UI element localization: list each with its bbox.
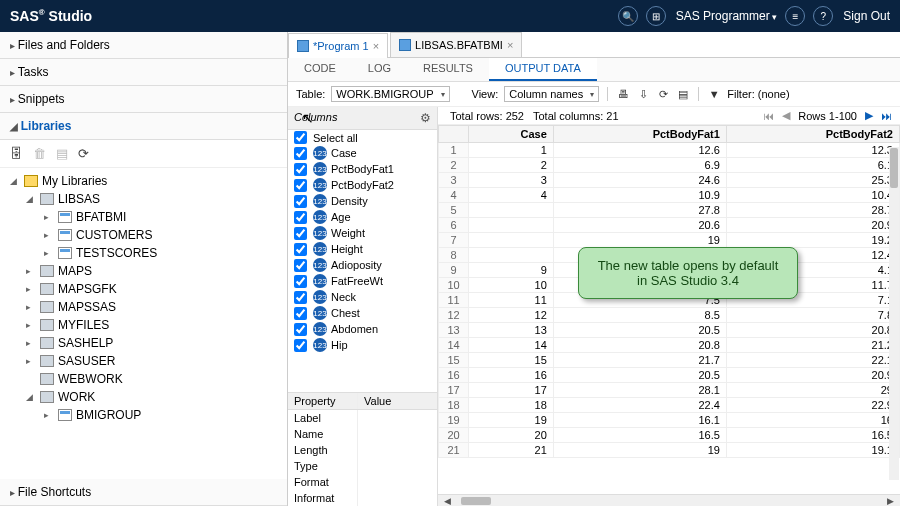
column-row[interactable]: 123Weight (288, 225, 437, 241)
column-checkbox[interactable] (294, 211, 307, 224)
table-row[interactable]: 71919.2 (439, 233, 900, 248)
column-row[interactable]: 123Neck (288, 289, 437, 305)
table-selector[interactable]: WORK.BMIGROUP (331, 86, 449, 102)
panel-snippets[interactable]: Snippets (0, 86, 287, 113)
select-all-checkbox[interactable] (294, 131, 307, 144)
column-row[interactable]: 123Age (288, 209, 437, 225)
table-row[interactable]: 812.812.4 (439, 248, 900, 263)
column-checkbox[interactable] (294, 259, 307, 272)
new-library-icon[interactable]: 🗄 (10, 146, 23, 161)
page-prev-icon[interactable]: ◀ (782, 109, 790, 122)
signout-link[interactable]: Sign Out (843, 9, 890, 23)
lib-mapsgfk[interactable]: ▸MAPSGFK (0, 280, 287, 298)
apps-icon[interactable]: ⊞ (646, 6, 666, 26)
tree-root[interactable]: ◢My Libraries (0, 172, 287, 190)
column-row[interactable]: 123PctBodyFat2 (288, 177, 437, 193)
help-icon[interactable]: ? (813, 6, 833, 26)
panel-shortcuts[interactable]: File Shortcuts (0, 479, 287, 506)
tbl-bfatbmi[interactable]: ▸BFATBMI (0, 208, 287, 226)
table-row[interactable]: 171728.129 (439, 383, 900, 398)
column-checkbox[interactable] (294, 195, 307, 208)
column-row[interactable]: 123Chest (288, 305, 437, 321)
column-row[interactable]: 123Case (288, 145, 437, 161)
tab-program1[interactable]: *Program 1 × (288, 33, 388, 58)
table-row[interactable]: 11117.57.1 (439, 293, 900, 308)
view-selector[interactable]: Column names (504, 86, 599, 102)
properties-icon[interactable]: ▤ (56, 146, 68, 161)
data-grid[interactable]: CasePctBodyFat1PctBodyFat2 1112.612.3226… (438, 125, 900, 494)
column-row[interactable]: 123Density (288, 193, 437, 209)
close-icon[interactable]: × (373, 40, 379, 52)
scroll-left-icon[interactable]: ◀ (444, 496, 451, 506)
table-row[interactable]: 202016.516.5 (439, 428, 900, 443)
lib-work[interactable]: ◢WORK (0, 388, 287, 406)
column-checkbox[interactable] (294, 179, 307, 192)
refresh-icon[interactable]: ⟳ (656, 87, 670, 101)
table-row[interactable]: 161620.520.9 (439, 368, 900, 383)
column-header[interactable]: PctBodyFat1 (553, 126, 726, 143)
table-row[interactable]: 12128.57.8 (439, 308, 900, 323)
column-header[interactable]: PctBodyFat2 (726, 126, 899, 143)
column-row[interactable]: 123FatFreeWt (288, 273, 437, 289)
table-row[interactable]: 4410.910.4 (439, 188, 900, 203)
columns-settings-icon[interactable]: ⚙ (420, 111, 431, 125)
code-icon[interactable]: ▤ (676, 87, 690, 101)
table-row[interactable]: 21211919.1 (439, 443, 900, 458)
column-row[interactable]: 123PctBodyFat1 (288, 161, 437, 177)
tab-bfatbmi[interactable]: LIBSAS.BFATBMI × (390, 32, 522, 57)
tab-log[interactable]: LOG (352, 58, 407, 81)
search-icon[interactable]: 🔍 (618, 6, 638, 26)
table-row[interactable]: 620.620.9 (439, 218, 900, 233)
close-icon[interactable]: × (507, 39, 513, 51)
horizontal-scrollbar[interactable]: ◀ ▶ (438, 494, 900, 506)
lib-sasuser[interactable]: ▸SASUSER (0, 352, 287, 370)
page-last-icon[interactable]: ⏭ (881, 110, 892, 122)
column-checkbox[interactable] (294, 163, 307, 176)
table-row[interactable]: 141420.821.2 (439, 338, 900, 353)
column-checkbox[interactable] (294, 227, 307, 240)
column-checkbox[interactable] (294, 339, 307, 352)
table-row[interactable]: 527.828.7 (439, 203, 900, 218)
refresh-icon[interactable]: ⟳ (78, 146, 89, 161)
table-row[interactable]: 995.14.1 (439, 263, 900, 278)
column-header[interactable]: Case (469, 126, 554, 143)
lib-maps[interactable]: ▸MAPS (0, 262, 287, 280)
filter-label[interactable]: Filter: (none) (727, 88, 789, 100)
column-checkbox[interactable] (294, 243, 307, 256)
column-row[interactable]: 123Adioposity (288, 257, 437, 273)
delete-icon[interactable]: 🗑 (33, 146, 46, 161)
page-first-icon[interactable]: ⏮ (763, 110, 774, 122)
tbl-testscores[interactable]: ▸TESTSCORES (0, 244, 287, 262)
role-menu[interactable]: SAS Programmer (676, 9, 778, 23)
table-row[interactable]: 1112.612.3 (439, 143, 900, 158)
table-row[interactable]: 226.96.1 (439, 158, 900, 173)
tab-results[interactable]: RESULTS (407, 58, 489, 81)
print-icon[interactable]: 🖶 (616, 87, 630, 101)
lib-libsas[interactable]: ◢LIBSAS (0, 190, 287, 208)
panel-libraries[interactable]: Libraries (0, 113, 287, 140)
tbl-customers[interactable]: ▸CUSTOMERS (0, 226, 287, 244)
column-checkbox[interactable] (294, 275, 307, 288)
tab-output-data[interactable]: OUTPUT DATA (489, 58, 597, 81)
table-row[interactable]: 131320.520.8 (439, 323, 900, 338)
tbl-bmigroup[interactable]: ▸BMIGROUP (0, 406, 287, 424)
column-checkbox[interactable] (294, 291, 307, 304)
lib-mapssas[interactable]: ▸MAPSSAS (0, 298, 287, 316)
page-next-icon[interactable]: ▶ (865, 109, 873, 122)
column-checkbox[interactable] (294, 147, 307, 160)
more-icon[interactable]: ≡ (785, 6, 805, 26)
vertical-scrollbar[interactable] (889, 147, 899, 480)
lib-myfiles[interactable]: ▸MYFILES (0, 316, 287, 334)
column-row[interactable]: 123Abdomen (288, 321, 437, 337)
column-checkbox[interactable] (294, 307, 307, 320)
table-row[interactable]: 3324.625.3 (439, 173, 900, 188)
table-row[interactable]: 151521.722.1 (439, 353, 900, 368)
column-checkbox[interactable] (294, 323, 307, 336)
select-all-row[interactable]: Select all (288, 130, 437, 145)
lib-sashelp[interactable]: ▸SASHELP (0, 334, 287, 352)
filter-icon[interactable]: ▼ (707, 87, 721, 101)
scroll-right-icon[interactable]: ▶ (887, 496, 894, 506)
table-row[interactable]: 10101211.7 (439, 278, 900, 293)
table-row[interactable]: 191916.116 (439, 413, 900, 428)
column-row[interactable]: 123Height (288, 241, 437, 257)
